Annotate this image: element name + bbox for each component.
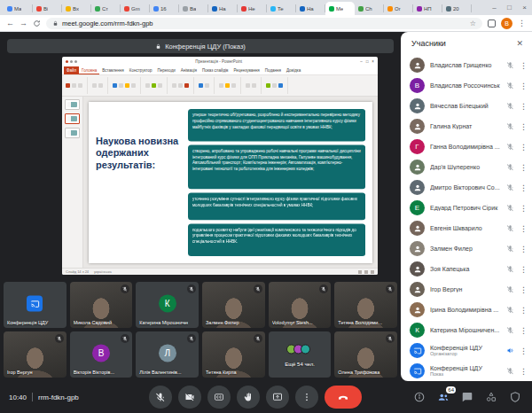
participant-more-button[interactable]: ⋮: [520, 367, 525, 376]
participant-row[interactable]: Зоя Капецька⋮: [401, 259, 532, 279]
participant-row[interactable]: Залмен Филер⋮: [401, 238, 532, 259]
participant-row[interactable]: Дар'я Шулеренко⋮: [401, 157, 532, 177]
browser-tab[interactable]: Ch: [355, 2, 384, 15]
ppt-ribbon-tab[interactable]: Переходи: [154, 66, 177, 74]
browser-tab[interactable]: 16: [150, 2, 179, 15]
photo-avatar: [410, 282, 425, 297]
bookmark-star-icon[interactable]: ☆: [470, 19, 476, 27]
video-tile[interactable]: ККатерина Мірошничен...: [136, 282, 199, 328]
extensions-icon[interactable]: [488, 19, 496, 27]
ppt-ribbon-tab[interactable]: Конструктор: [127, 66, 155, 74]
video-tile[interactable]: Volodymyr Stesh...: [269, 282, 332, 328]
participants-button[interactable]: 64: [437, 391, 450, 403]
participant-more-button[interactable]: ⋮: [520, 122, 525, 131]
participant-more-button[interactable]: ⋮: [520, 285, 525, 294]
mic-button[interactable]: [149, 386, 172, 409]
participant-more-button[interactable]: ⋮: [520, 224, 525, 233]
mic-off-icon: [121, 284, 129, 293]
video-tile[interactable]: Тетяна Володими...: [334, 282, 397, 328]
browser-tab[interactable]: Не: [238, 2, 267, 15]
participant-more-button[interactable]: ⋮: [520, 204, 525, 213]
browser-tab[interactable]: 20: [442, 2, 472, 15]
participant-more-button[interactable]: ⋮: [520, 82, 525, 90]
video-tile[interactable]: Ещё 54 чел.: [269, 331, 332, 378]
participant-row[interactable]: Владислав Грищенко⋮: [401, 55, 532, 75]
browser-menu-button[interactable]: ⋮: [518, 19, 526, 27]
captions-button[interactable]: [207, 386, 231, 409]
ppt-ribbon-tab[interactable]: Файл: [64, 66, 79, 74]
video-tile[interactable]: Тетяна Кирпа: [202, 331, 265, 378]
forward-button[interactable]: →: [20, 19, 27, 27]
participant-more-button[interactable]: ⋮: [520, 102, 525, 111]
activities-button[interactable]: [485, 391, 497, 403]
browser-tab[interactable]: Ві: [33, 2, 62, 15]
browser-tab[interactable]: НП: [413, 2, 442, 15]
participant-row[interactable]: Евгенія Шкварило⋮: [401, 218, 532, 238]
participant-row[interactable]: ГГанна Володимирівна ...⋮: [401, 136, 532, 157]
participant-more-button[interactable]: ⋮: [520, 245, 525, 253]
browser-tab[interactable]: Ст: [91, 2, 121, 15]
camera-button[interactable]: [178, 386, 201, 409]
browser-tab[interactable]: Ме: [325, 2, 355, 15]
leave-call-button[interactable]: [325, 386, 362, 409]
participant-row[interactable]: ККатерина Мірошничен...⋮: [401, 320, 532, 340]
participant-row[interactable]: Дмитро Вікторович Со...⋮: [401, 177, 532, 198]
participant-more-button[interactable]: ⋮: [520, 265, 525, 274]
ppt-ribbon-tab[interactable]: Довідка: [284, 66, 303, 74]
chat-button[interactable]: [461, 391, 473, 403]
meeting-details-button[interactable]: [413, 391, 426, 403]
video-tile[interactable]: ВВікторія Вікторів...: [70, 331, 133, 378]
close-icon[interactable]: ✕: [516, 39, 523, 48]
participant-row[interactable]: ВВладислав Россочинськ...⋮: [401, 75, 532, 96]
participant-row[interactable]: Конференція ЦДУПоказ⋮: [401, 361, 532, 381]
ppt-ribbon-tab[interactable]: Головна: [79, 66, 99, 74]
window-close-button[interactable]: ×: [517, 2, 532, 14]
ppt-ribbon-tab[interactable]: Рецензування: [231, 66, 262, 74]
participant-row[interactable]: Ігор Вергун⋮: [401, 279, 532, 300]
video-tile[interactable]: ЛЛілія Валентинів...: [136, 331, 199, 378]
profile-avatar[interactable]: В: [501, 18, 512, 29]
participant-row[interactable]: Галина Курнат⋮: [401, 116, 532, 136]
host-controls-button[interactable]: [509, 391, 521, 403]
browser-tab[interactable]: Gm: [121, 2, 150, 15]
raise-hand-button[interactable]: [237, 386, 260, 409]
more-options-button[interactable]: [295, 386, 318, 409]
reload-button[interactable]: [33, 19, 41, 27]
ppt-ribbon-tab[interactable]: Показ слайдів: [200, 66, 231, 74]
participant-more-button[interactable]: ⋮: [520, 143, 525, 152]
participant-more-button[interactable]: ⋮: [520, 306, 525, 315]
video-tile[interactable]: Ігор Вергун: [4, 331, 66, 378]
ppt-ribbon-tab[interactable]: Подання: [262, 66, 284, 74]
browser-tab[interactable]: Ма: [4, 2, 33, 15]
window-minimize-button[interactable]: –: [487, 2, 502, 14]
video-tile[interactable]: Конференція ЦДУ: [4, 282, 66, 328]
video-tile[interactable]: Залмен Филер: [202, 282, 265, 328]
ppt-ribbon-tab[interactable]: Вставлення: [99, 66, 127, 74]
ppt-ribbon-tab[interactable]: Анімація: [178, 66, 200, 74]
participant-more-button[interactable]: ⋮: [520, 61, 525, 70]
participant-row[interactable]: Конференція ЦДУОрганізатор⋮: [401, 340, 532, 361]
present-button[interactable]: [266, 386, 289, 409]
window-maximize-button[interactable]: □: [502, 2, 517, 14]
browser-tab[interactable]: Те: [267, 2, 296, 15]
back-button[interactable]: ←: [6, 19, 14, 27]
participant-more-button[interactable]: ⋮: [520, 163, 525, 172]
browser-tab[interactable]: Ог: [384, 2, 413, 15]
participant-more-button[interactable]: ⋮: [520, 326, 525, 335]
tab-favicon-icon: [95, 6, 100, 12]
letter-avatar: Г: [410, 139, 425, 154]
browser-tab[interactable]: Вх: [62, 2, 91, 15]
participant-more-button[interactable]: ⋮: [520, 183, 525, 192]
participant-row[interactable]: Ірина Володимирівна ...⋮: [401, 300, 532, 320]
participant-info: Евгенія Шкварило: [430, 225, 500, 231]
participant-row[interactable]: ЕЕдуард Петрович Сірик⋮: [401, 198, 532, 218]
participant-more-button[interactable]: ⋮: [520, 347, 525, 355]
browser-tab[interactable]: На: [296, 2, 325, 15]
browser-tab[interactable]: Ва: [179, 2, 208, 15]
participant-row[interactable]: Вячеслав Білецький⋮: [401, 96, 532, 116]
video-tile[interactable]: Микола Садовий: [70, 282, 133, 328]
video-tile[interactable]: Олена Трифонова: [334, 331, 397, 378]
call-end-icon: [338, 392, 348, 402]
address-bar[interactable]: meet.google.com/rrm-fdkn-gpb ☆: [46, 18, 482, 29]
browser-tab[interactable]: На: [208, 2, 238, 15]
